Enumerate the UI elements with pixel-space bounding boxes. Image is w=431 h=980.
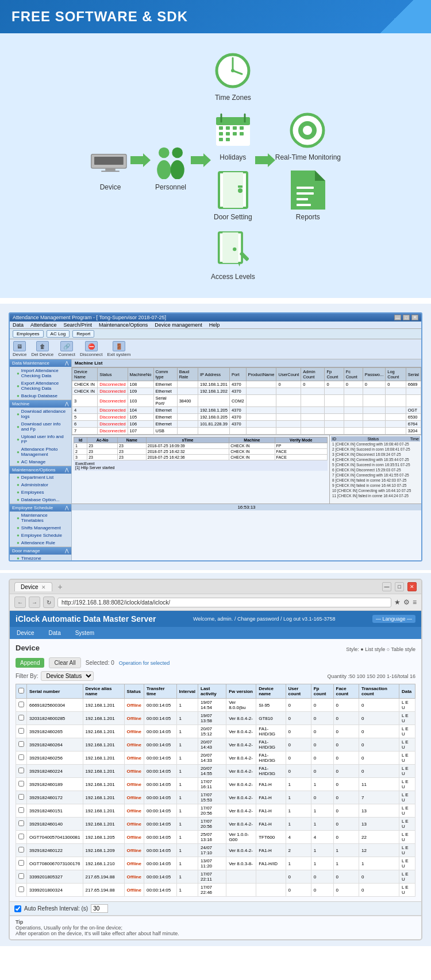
- sidebar-attendance-rule[interactable]: ●Attendance Rule: [10, 539, 71, 547]
- row-checkbox[interactable]: [18, 781, 24, 787]
- toolbar-del-device-btn[interactable]: 🗑 Del Device: [31, 341, 53, 357]
- row-checkbox[interactable]: [18, 715, 24, 721]
- browser-close[interactable]: ✕: [407, 582, 417, 591]
- table-row[interactable]: 32031824600285192.168.1.201Offline00:00:…: [16, 712, 415, 725]
- table-row[interactable]: 3929182460122192.168.1.209Offline00:00:1…: [16, 844, 415, 857]
- device-row[interactable]: 5Disconnected105Ethernet192.168.0.205437…: [72, 414, 421, 421]
- row-checkbox[interactable]: [18, 741, 24, 747]
- refresh-interval-input[interactable]: [91, 904, 108, 913]
- device-row[interactable]: CHECK INDisconnected109Ethernet192.168.1…: [72, 388, 421, 395]
- device-row[interactable]: 4Disconnected104Ethernet192.168.1.205437…: [72, 407, 421, 414]
- sidebar-upload-user[interactable]: ●Upload user info and FP: [10, 433, 71, 446]
- bookmark-icon[interactable]: ★: [394, 598, 401, 606]
- menu-data[interactable]: Data: [13, 322, 24, 328]
- sidebar-emp-schedule[interactable]: ●Employee Schedule: [10, 532, 71, 539]
- log-item: 9 [CHECK IN] failed in conne 16:44:10 07…: [331, 483, 420, 488]
- settings-icon[interactable]: ⚙: [403, 598, 410, 606]
- sw-close-btn[interactable]: ✕: [411, 315, 418, 320]
- table-row[interactable]: 3929182460151192.168.1.201Offline00:00:1…: [16, 804, 415, 818]
- menu-icon[interactable]: ≡: [413, 598, 417, 606]
- nav-device[interactable]: Device: [10, 627, 41, 639]
- sidebar-employees[interactable]: ●Employees: [10, 489, 71, 496]
- row-checkbox[interactable]: [18, 834, 24, 839]
- back-btn[interactable]: ←: [14, 596, 26, 608]
- sidebar-backup-db[interactable]: ●Backup Database: [10, 392, 71, 400]
- refresh-btn[interactable]: ↻: [43, 596, 55, 608]
- row-checkbox[interactable]: [18, 807, 24, 813]
- row-checkbox[interactable]: [18, 702, 24, 707]
- sidebar-admin[interactable]: ●Administrator: [10, 481, 71, 489]
- col-serial: Serial: [406, 368, 421, 381]
- row-checkbox[interactable]: [18, 886, 24, 892]
- sidebar-timezone[interactable]: ●Timezone: [10, 555, 71, 560]
- table-row[interactable]: 3929182460224192.168.1.201Offline00:00:1…: [16, 765, 415, 778]
- table-row[interactable]: 3399201800324217.65.194.88Offline00:00:1…: [16, 884, 415, 897]
- row-checkbox[interactable]: [18, 820, 24, 826]
- table-row[interactable]: 3929182460264192.168.1.201Offline00:00:1…: [16, 738, 415, 752]
- device-row[interactable]: CHECK INDisconnected108Ethernet192.168.1…: [72, 381, 421, 388]
- sidebar-export-attendance[interactable]: ●Export Attendance Checking Data: [10, 379, 71, 392]
- tab-close-btn[interactable]: ✕: [41, 584, 46, 590]
- toolbar-exit-btn[interactable]: 🚪 Exit system: [107, 341, 131, 357]
- sidebar-db-options[interactable]: ●Database Option...: [10, 496, 71, 503]
- operation-for-selected[interactable]: Operation for selected: [119, 660, 170, 666]
- row-checkbox[interactable]: [18, 768, 24, 773]
- browser-minimize[interactable]: —: [382, 582, 391, 591]
- sidebar-import-attendance[interactable]: ●Import Attendance Checking Data: [10, 367, 71, 379]
- table-row[interactable]: 3929182460256192.168.1.201Offline00:00:1…: [16, 752, 415, 765]
- sidebar-dept-list[interactable]: ●Department List: [10, 474, 71, 481]
- sidebar-download-user[interactable]: ●Download user info and Fp: [10, 420, 71, 433]
- menu-maintenance[interactable]: Maintenance/Options: [99, 322, 148, 328]
- menu-attendance[interactable]: Attendance: [30, 322, 57, 328]
- device-table-container[interactable]: Device Name Status MachineNo Comm type B…: [72, 367, 421, 435]
- table-row[interactable]: 3399201805327217.65.194.88Offline00:00:1…: [16, 870, 415, 884]
- table-row[interactable]: OGT7080067073100176192.168.1.210Offline0…: [16, 857, 415, 870]
- device-row[interactable]: 3Disconnected103Serial Port/38400COM2: [72, 395, 421, 407]
- row-checkbox[interactable]: [18, 860, 24, 866]
- iclock-table-container[interactable]: Serial number Device alias name Status T…: [16, 684, 415, 897]
- row-checkbox[interactable]: [18, 728, 24, 734]
- new-tab-btn[interactable]: +: [58, 582, 63, 591]
- table-row[interactable]: 3929182460189192.168.1.201Offline00:00:1…: [16, 778, 415, 791]
- device-row[interactable]: 7Disconnected107USB3204: [72, 428, 421, 435]
- append-btn[interactable]: Append: [16, 658, 44, 668]
- table-row[interactable]: 3929182460172192.168.1.201Offline00:00:1…: [16, 791, 415, 804]
- sidebar-ac-manage[interactable]: ●AC Manage: [10, 458, 71, 466]
- table-row[interactable]: OGT7040057041300081192.168.1.205Offline0…: [16, 831, 415, 844]
- table-row[interactable]: 66691825600304192.168.1.201Offline00:00:…: [16, 699, 415, 712]
- row-checkbox[interactable]: [18, 754, 24, 760]
- auto-refresh-checkbox[interactable]: [14, 905, 21, 912]
- sw-minimize-btn[interactable]: —: [394, 315, 401, 320]
- nav-system[interactable]: System: [68, 627, 101, 639]
- row-checkbox[interactable]: [18, 794, 24, 800]
- menu-device-mgmt[interactable]: Device management: [155, 322, 202, 328]
- iclock-language-selector[interactable]: — Language —: [372, 615, 415, 623]
- toolbar-disconnect-btn[interactable]: ⛔ Disconnect: [80, 341, 103, 357]
- select-all-checkbox[interactable]: [18, 688, 24, 694]
- toolbar-connect-btn[interactable]: 🔗 Connect: [58, 341, 75, 357]
- device-row[interactable]: 6Disconnected106Ethernet101.81.228.39437…: [72, 421, 421, 428]
- tab-employees[interactable]: Employees: [13, 330, 44, 338]
- table-row[interactable]: 3929182460265192.168.1.201Offline00:00:1…: [16, 725, 415, 738]
- browser-maximize[interactable]: □: [395, 582, 404, 591]
- browser-tab-device[interactable]: Device ✕: [14, 582, 52, 591]
- toolbar-device-btn[interactable]: 🖥 Device: [13, 341, 26, 357]
- sw-maximize-btn[interactable]: □: [403, 315, 410, 320]
- nav-data[interactable]: Data: [42, 627, 68, 639]
- clear-all-btn[interactable]: Clear All: [49, 657, 80, 668]
- row-checkbox[interactable]: [18, 873, 24, 879]
- forward-btn[interactable]: →: [29, 596, 40, 608]
- row-checkbox[interactable]: [18, 847, 24, 853]
- tab-aclog[interactable]: AC Log: [47, 330, 70, 338]
- menu-search-print[interactable]: Search/Print: [64, 322, 93, 328]
- table-row[interactable]: 3929182460140192.168.1.201Offline00:00:1…: [16, 818, 415, 831]
- sidebar-shifts[interactable]: ●Shifts Management: [10, 524, 71, 532]
- selected-count: Selected: 0: [86, 660, 114, 666]
- tab-report[interactable]: Report: [72, 330, 94, 338]
- sidebar-photo-mgmt[interactable]: ●Attendance Photo Management: [10, 446, 71, 458]
- menu-help[interactable]: Help: [209, 322, 220, 328]
- filter-select[interactable]: Device Status: [41, 671, 94, 681]
- url-bar[interactable]: http://192.168.1.88:8082/iclock/data/icl…: [57, 598, 391, 607]
- sidebar-timetables[interactable]: ●Maintenance Timetables: [10, 512, 71, 524]
- sidebar-download-logs[interactable]: ●Download attendance logs: [10, 408, 71, 420]
